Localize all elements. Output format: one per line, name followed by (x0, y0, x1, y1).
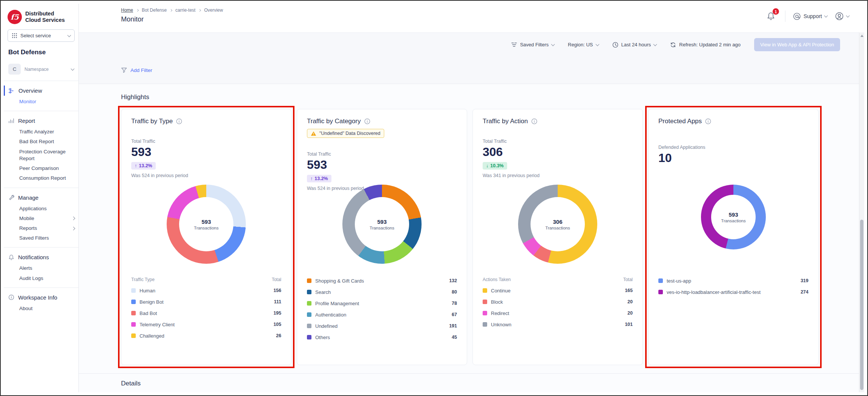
legend-item[interactable]: Benign Bot 111 (131, 296, 281, 307)
region-dropdown[interactable]: Region: US (568, 42, 598, 47)
legend-item[interactable]: Redirect 20 (483, 307, 633, 319)
scrollbar-up-arrow[interactable] (860, 35, 863, 37)
legend-label: Telemetry Client (140, 322, 175, 327)
legend-item[interactable]: Shopping & Gift Cards 132 (307, 275, 457, 286)
legend-item[interactable]: Search 80 (307, 286, 457, 298)
info-icon[interactable] (364, 118, 370, 124)
legend-item[interactable]: Authentication 67 (307, 309, 457, 320)
sidebar-item-protection-coverage-report[interactable]: Protection Coverage Report (4, 147, 78, 164)
sidebar-item-report[interactable]: Report (4, 115, 78, 127)
legend-item[interactable]: Human 156 (131, 285, 281, 296)
legend-swatch (307, 301, 311, 306)
legend-value: 132 (449, 278, 457, 283)
donut-chart-traffic-by-type[interactable]: 593 Transactions (167, 185, 246, 264)
legend-item[interactable]: Telemetry Client 105 (131, 319, 281, 330)
arrow-down-icon: ↓ (486, 163, 488, 168)
legend-value: 80 (452, 289, 457, 295)
legend-swatch (483, 322, 487, 327)
legend-value: 101 (625, 322, 633, 327)
legend-value: 165 (625, 288, 633, 293)
chevron-right-icon (198, 9, 201, 11)
account-menu[interactable] (835, 12, 849, 21)
chevron-down-icon (67, 33, 71, 37)
page-title: Monitor (121, 15, 223, 23)
vertical-scrollbar[interactable] (859, 32, 864, 392)
sidebar-item-saved-filters[interactable]: Saved Filters (4, 233, 78, 243)
donut-center-value: 593 (201, 219, 211, 225)
stat-value: 10 (658, 152, 808, 165)
legend-item[interactable]: Block 20 (483, 296, 633, 307)
change-badge: ↓ 10.3% (483, 162, 507, 170)
legend-item[interactable]: test-us-app 319 (658, 275, 808, 286)
sidebar-item-notifications[interactable]: Notifications (4, 251, 78, 263)
sidebar-item-workspace-info[interactable]: Workspace Info (4, 291, 78, 304)
sidebar-item-reports[interactable]: Reports (4, 223, 78, 233)
card-title: Traffic by Type (131, 118, 173, 125)
brand-logo: f5 Distributed Cloud Services (4, 8, 78, 29)
legend-item[interactable]: Others 45 (307, 332, 457, 343)
stat-label: Total Traffic (131, 139, 281, 144)
add-filter-button[interactable]: Add Filter (121, 67, 152, 73)
chevron-right-icon (72, 217, 75, 220)
breadcrumb-home[interactable]: Home (121, 8, 133, 13)
legend-item[interactable]: ves-io-http-loadbalancer-artificial-traf… (658, 286, 808, 298)
legend-label: Benign Bot (140, 299, 164, 305)
sidebar-item-peer-comparison[interactable]: Peer Comparison (4, 164, 78, 173)
sidebar-item-manage[interactable]: Manage (4, 191, 78, 204)
legend-value: 111 (274, 299, 281, 304)
sidebar-item-label: Notifications (18, 254, 49, 260)
legend-value: 78 (452, 301, 457, 306)
select-service-dropdown[interactable]: Select service (8, 29, 75, 42)
legend-swatch (131, 288, 136, 293)
notifications-bell-button[interactable]: 1 (764, 11, 778, 21)
nav-section-notifications: Notifications Alerts Audit Logs (4, 248, 78, 287)
brand-line2: Cloud Services (25, 17, 65, 23)
legend-traffic-by-category: Shopping & Gift Cards 132 Search 80 Prof… (307, 275, 457, 343)
sidebar-item-overview[interactable]: Overview (4, 84, 78, 97)
legend-value: 20 (627, 310, 633, 316)
legend-header-total: Total (272, 277, 281, 282)
legend-label: Authentication (315, 312, 346, 318)
nav-section-report: Report Traffic Analyzer Bad Bot Report P… (4, 111, 78, 188)
sidebar-item-audit-logs[interactable]: Audit Logs (4, 274, 78, 283)
sidebar-item-consumption-report[interactable]: Consumption Report (4, 173, 78, 183)
refresh-button[interactable]: Refresh: Updated 2 min ago (670, 42, 741, 48)
legend-swatch (131, 333, 136, 338)
support-menu[interactable]: Support (793, 12, 827, 20)
chevron-right-icon (136, 9, 139, 11)
legend-swatch (307, 324, 311, 328)
legend-item[interactable]: Undefined 191 (307, 320, 457, 332)
time-range-dropdown[interactable]: Last 24 hours (612, 42, 657, 48)
donut-chart-protected-apps[interactable]: 593 Transactions (701, 185, 766, 249)
top-bar: Home Bot Defense carrie-test Overview Mo… (79, 4, 864, 32)
card-traffic-by-category: Traffic by Category "Und (297, 109, 467, 365)
info-icon[interactable] (705, 118, 711, 124)
legend-item[interactable]: Challenged 26 (131, 330, 281, 341)
sidebar-item-bad-bot-report[interactable]: Bad Bot Report (4, 137, 78, 147)
legend-item[interactable]: Unknown 101 (483, 319, 633, 330)
info-icon[interactable] (531, 118, 537, 124)
sidebar-item-alerts[interactable]: Alerts (4, 263, 78, 273)
card-traffic-by-type: Traffic by Type Total Traffic 593 ↑ 13.2… (121, 109, 291, 365)
sidebar-item-about[interactable]: About (4, 304, 78, 313)
sidebar-item-applications[interactable]: Applications (4, 204, 78, 214)
info-icon[interactable] (176, 118, 182, 124)
divider (785, 11, 785, 22)
sidebar-item-mobile[interactable]: Mobile (4, 214, 78, 223)
legend-item[interactable]: Bad Bot 195 (131, 307, 281, 319)
undefined-data-warning-badge[interactable]: "Undefined" Data Discovered (307, 129, 384, 138)
breadcrumb-bot-defense[interactable]: Bot Defense (142, 8, 167, 13)
view-in-waap-button[interactable]: View in Web App & API Protection (754, 38, 840, 51)
donut-chart-traffic-by-action[interactable]: 306 Transactions (518, 185, 597, 264)
sidebar-item-traffic-analyzer[interactable]: Traffic Analyzer (4, 127, 78, 137)
scrollbar-thumb[interactable] (860, 220, 863, 390)
sidebar-item-monitor[interactable]: Monitor (4, 97, 78, 107)
legend-item[interactable]: Profile Management 78 (307, 298, 457, 309)
saved-filters-dropdown[interactable]: Saved Filters (511, 42, 554, 47)
legend-item[interactable]: Continue 165 (483, 285, 633, 296)
namespace-selector[interactable]: C Namespace (4, 62, 78, 81)
breadcrumb-namespace[interactable]: carrie-test (175, 8, 195, 13)
chevron-right-icon (170, 9, 172, 11)
donut-chart-traffic-by-category[interactable]: 593 Transactions (342, 185, 422, 264)
time-range-label: Last 24 hours (621, 42, 651, 47)
